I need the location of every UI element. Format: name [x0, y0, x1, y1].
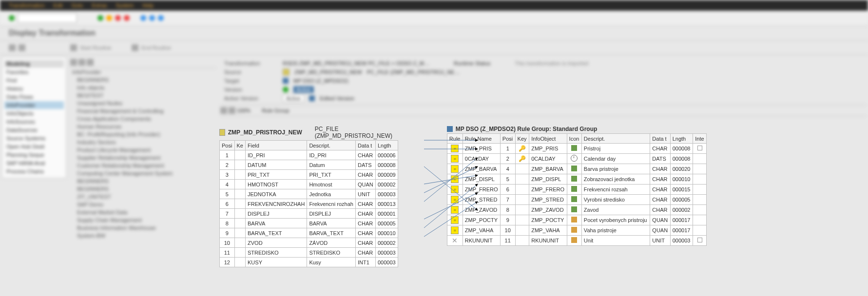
- col-len[interactable]: Lngth: [375, 141, 398, 150]
- table-row[interactable]: 7DISPLEJDISPLEJCHAR000001: [220, 209, 398, 219]
- direct-assign-icon: =: [451, 216, 459, 224]
- rule-toolbar: 100% Rule Group: [220, 105, 866, 116]
- direct-assign-icon: =: [451, 185, 459, 193]
- col-rule[interactable]: Rule: [447, 134, 463, 144]
- source-table[interactable]: Posi Ke Field Descript. Data t Lngth 1ID…: [219, 140, 398, 267]
- characteristic-icon: [571, 196, 577, 202]
- direct-assign-icon: =: [451, 155, 459, 163]
- table-row[interactable]: 8BARVABARVACHAR000005: [220, 219, 398, 228]
- menu-item[interactable]: System: [116, 2, 134, 8]
- table-row[interactable]: ✕RKUNUNIT11RKUNUNITUnitUNIT000003: [447, 236, 706, 246]
- infoprovider-tree: InfoProvider BEGINNERSInfo objects BEGIT…: [70, 68, 216, 240]
- table-row[interactable]: 4HMOTNOSTHmotnostQUAN000002: [220, 180, 398, 189]
- key-icon: 🔑: [519, 145, 526, 152]
- table-row[interactable]: 2DATUMDatumDATS000008: [220, 160, 398, 170]
- direct-assign-icon: =: [451, 165, 459, 173]
- direct-assign-icon: =: [451, 206, 459, 214]
- direct-assign-icon: =: [451, 196, 459, 204]
- keyfigure-icon: [571, 237, 577, 243]
- direct-assign-icon: =: [451, 175, 459, 183]
- col-pos[interactable]: Posi: [500, 134, 515, 144]
- characteristic-icon: [571, 176, 577, 182]
- table-row[interactable]: 1ID_PRIID_PRICHAR000006: [220, 150, 398, 160]
- table-row[interactable]: =0CALDAY2🔑0CALDAYCalendar dayDATS000008: [447, 154, 706, 164]
- checkbox[interactable]: [697, 146, 702, 150]
- table-row[interactable]: =ZMP_DISPL5ZMP_DISPLZobrazovaci jednotka…: [447, 174, 706, 185]
- col-len[interactable]: Lngth: [670, 134, 693, 144]
- key-icon: 🔑: [519, 155, 526, 162]
- transformation-info: TransformationRSDS ZMP_MD_PRISTROJ_NEW P…: [220, 57, 866, 105]
- menu-item[interactable]: Extras: [92, 2, 107, 8]
- col-key[interactable]: Key: [515, 134, 529, 144]
- col-desc[interactable]: Descript.: [581, 134, 650, 144]
- table-row[interactable]: =ZMP_FRERO6ZMP_FREROFrekvencni rozsahCHA…: [447, 185, 706, 195]
- menu-item[interactable]: Help: [142, 2, 154, 8]
- col-field[interactable]: Field: [246, 141, 307, 150]
- table-row[interactable]: =ZMP_BARVA4ZMP_BARVABarva pristrojeCHAR0…: [447, 164, 706, 174]
- target-panel: MP DSO (Z_MPDSO2) Rule Group: Standard G…: [447, 126, 707, 246]
- table-row[interactable]: 10ZVODZÁVODCHAR000002: [220, 238, 398, 248]
- characteristic-icon: [571, 166, 577, 171]
- col-infoobject[interactable]: InfoObject: [529, 134, 567, 144]
- checkbox[interactable]: [697, 238, 702, 242]
- target-table[interactable]: Rule Rule Name Posi Key InfoObject Icon …: [447, 133, 707, 246]
- sub-toolbar: Start Routine End Routine: [0, 40, 868, 55]
- source-panel: ZMP_MD_PRISTROJ_NEW PC_FILE (ZMP_MD_PRIS…: [219, 126, 398, 267]
- characteristic-icon: [571, 186, 577, 192]
- characteristic-icon: [571, 206, 577, 212]
- table-row[interactable]: 3PRI_TXTPRI_TXTCHAR000009: [220, 170, 398, 180]
- table-row[interactable]: =ZMP_ZAVOD8ZMP_ZAVODZavodCHAR000002: [447, 205, 706, 215]
- table-row[interactable]: =ZMP_VAHA10ZMP_VAHAVaha pristrojeQUAN000…: [447, 225, 706, 236]
- clock-icon: [571, 155, 578, 162]
- col-int[interactable]: Inte: [693, 134, 707, 144]
- no-rule-icon: ✕: [452, 237, 458, 244]
- source-title: ZMP_MD_PRISTROJ_NEW: [228, 129, 302, 136]
- dso-icon: [447, 126, 453, 132]
- table-row[interactable]: 9BARVA_TEXTBARVA_TEXTCHAR000010: [220, 228, 398, 238]
- direct-assign-icon: =: [451, 145, 459, 152]
- table-row[interactable]: =ZMP_STRED7ZMP_STREDVyrobni strediskoCHA…: [447, 195, 706, 205]
- col-icon[interactable]: Icon: [567, 134, 581, 144]
- col-desc[interactable]: Descript.: [307, 141, 356, 150]
- table-row[interactable]: =ZMP_POCTY9ZMP_POCTYPocet vyrobenych pri…: [447, 215, 706, 225]
- menubar: Transformation Edit Goto Extras System H…: [0, 0, 868, 11]
- direct-assign-icon: =: [451, 226, 459, 234]
- table-row[interactable]: 6FREKVENCNIROZHAHFrekvencni rozhahCHAR00…: [220, 199, 398, 209]
- nav-panel: Modeling FavoritesFindHistory Data Flows…: [2, 57, 66, 178]
- table-row[interactable]: 11STREDISKOSTREDISKOCHAR000003: [220, 248, 398, 258]
- target-title: MP DSO (Z_MPDSO2) Rule Group: Standard G…: [456, 126, 597, 132]
- source-subtitle: PC_FILE (ZMP_MD_PRISTROJ_NEW): [315, 126, 398, 139]
- table-row[interactable]: 5JEDNOTKAJednotkaUNIT000003: [220, 189, 398, 199]
- characteristic-icon: [571, 145, 577, 151]
- main-toolbar: [0, 11, 868, 26]
- menu-item[interactable]: Edit: [54, 2, 63, 8]
- col-rulename[interactable]: Rule Name: [463, 134, 500, 144]
- table-row[interactable]: =ZMP_PRIS1🔑ZMP_PRISPristrojCHAR000008: [447, 144, 706, 154]
- col-type[interactable]: Data t: [356, 141, 376, 150]
- tree-toolbar: [70, 57, 216, 68]
- table-row[interactable]: 12KUSYKusyINT1000003: [220, 258, 398, 267]
- col-pos[interactable]: Posi: [220, 141, 235, 150]
- menu-item[interactable]: Goto: [72, 2, 83, 8]
- keyfigure-icon: [571, 217, 577, 222]
- datasource-icon: [219, 129, 225, 136]
- col-key[interactable]: Ke: [234, 141, 246, 150]
- page-title: Display Transformation: [0, 26, 868, 40]
- keyfigure-icon: [571, 227, 577, 233]
- col-type[interactable]: Data t: [650, 134, 670, 144]
- menu-item[interactable]: Transformation: [9, 2, 45, 8]
